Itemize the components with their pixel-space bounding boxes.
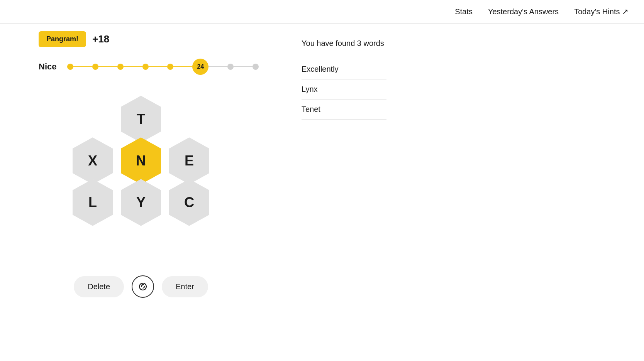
header: Stats Yesterday's Answers Today's Hints … <box>0 0 644 24</box>
todays-hints-link[interactable]: Today's Hints ↗ <box>574 7 629 16</box>
hex-L[interactable]: L <box>68 177 118 228</box>
progress-dots: 24 <box>67 59 259 75</box>
progress-dot-4 <box>142 64 149 70</box>
yesterdays-answers-link[interactable]: Yesterday's Answers <box>488 7 559 16</box>
progress-line-4 <box>149 66 168 67</box>
progress-line-1 <box>73 66 92 67</box>
left-panel: Pangram! +18 Nice <box>0 24 282 356</box>
progress-dot-7 <box>227 64 234 70</box>
shuffle-button[interactable] <box>132 275 154 298</box>
progress-line-5 <box>173 66 192 67</box>
progress-dot-8 <box>253 64 259 70</box>
progress-dot-3 <box>117 64 124 70</box>
hex-Y[interactable]: Y <box>116 177 166 228</box>
delete-button[interactable]: Delete <box>74 276 124 297</box>
right-panel: You have found 3 words Excellently Lynx … <box>282 24 644 356</box>
main-content: Pangram! +18 Nice <box>0 24 644 356</box>
score-bar: Pangram! +18 <box>0 31 109 47</box>
svg-marker-5 <box>121 179 161 226</box>
shuffle-icon <box>137 281 148 292</box>
progress-dot-current: 24 <box>192 59 208 75</box>
hex-grid: T X N E <box>64 94 218 260</box>
progress-section: Nice 24 <box>0 59 282 75</box>
progress-dot-1 <box>67 64 73 70</box>
progress-line-2 <box>98 66 117 67</box>
svg-marker-6 <box>169 179 209 226</box>
progress-label: Nice <box>39 62 62 72</box>
pangram-badge: Pangram! <box>39 31 86 47</box>
svg-marker-4 <box>73 179 113 226</box>
word-item-0: Excellently <box>302 59 386 79</box>
word-item-1: Lynx <box>302 79 386 100</box>
bottom-buttons: Delete Enter <box>74 275 208 298</box>
progress-dot-5 <box>167 64 173 70</box>
word-item-2: Tenet <box>302 100 386 120</box>
progress-line-6 <box>208 66 227 67</box>
progress-line-7 <box>234 66 253 67</box>
progress-dot-2 <box>92 64 98 70</box>
score-points: +18 <box>92 33 109 45</box>
progress-line-3 <box>124 66 142 67</box>
hex-C[interactable]: C <box>164 177 214 228</box>
enter-button[interactable]: Enter <box>162 276 208 297</box>
stats-link[interactable]: Stats <box>455 7 473 16</box>
words-found-title: You have found 3 words <box>302 39 625 48</box>
